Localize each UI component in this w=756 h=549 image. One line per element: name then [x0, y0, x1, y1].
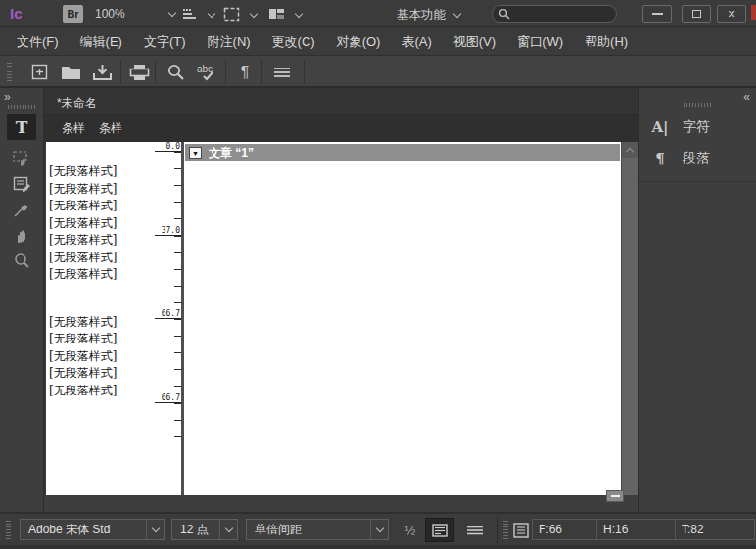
workspace-switcher[interactable]: 基本功能 — [397, 7, 460, 23]
paragraph-panel-button[interactable]: ¶ 段落 — [639, 144, 756, 173]
workspace-label: 基本功能 — [397, 8, 446, 22]
view-tab[interactable]: 条样 — [62, 120, 85, 137]
show-hidden-characters-button[interactable]: ¶ — [233, 61, 257, 83]
menu-item[interactable]: 表(A) — [393, 27, 440, 56]
story-bar[interactable]: ▼ 文章 “1” — [185, 144, 620, 161]
toolbar-separator — [261, 60, 262, 84]
copyfit-info-button[interactable] — [511, 521, 531, 540]
menu-item[interactable]: 文件(F) — [8, 27, 68, 56]
zoom-level-value: 100% — [95, 7, 125, 21]
screen-mode-icon — [268, 7, 285, 21]
paragraph-style-entry[interactable]: [无段落样式] — [49, 232, 152, 250]
dropdown-arrow[interactable] — [370, 520, 388, 539]
expand-panel-button[interactable]: » — [4, 90, 9, 104]
panel-grip[interactable] — [684, 103, 713, 107]
paragraph-style-entry[interactable]: [无段落样式] — [49, 215, 152, 233]
dropdown-arrow[interactable] — [146, 520, 164, 539]
menu-item[interactable]: 附注(N) — [199, 27, 260, 56]
close-button[interactable]: ✕ — [717, 5, 746, 23]
spell-check-button[interactable]: abc — [194, 61, 221, 83]
story-title: 文章 “1” — [209, 145, 254, 161]
type-tool[interactable]: T — [7, 114, 36, 140]
hand-icon — [12, 225, 31, 245]
minimize-button[interactable] — [642, 5, 672, 23]
collapse-panel-button[interactable]: « — [743, 90, 748, 104]
leading-select[interactable]: 单倍间距 — [246, 519, 389, 540]
paragraph-style-entry[interactable]: [无段落样式] — [49, 348, 152, 366]
paragraph-style-entry[interactable]: [无段落样式] — [49, 266, 152, 284]
menu-item[interactable]: 文字(T) — [135, 27, 195, 56]
zoom-level-dropdown[interactable]: 100% — [95, 7, 175, 21]
position-hand-icon — [12, 149, 31, 168]
red-indicator — [751, 5, 756, 20]
eyedropper-tool[interactable] — [9, 198, 34, 221]
zoom-tool[interactable] — [9, 249, 34, 272]
dropdown-arrow[interactable] — [219, 520, 237, 539]
search-icon — [166, 63, 185, 81]
paragraph-style-entry[interactable]: [无段落样式] — [49, 181, 152, 199]
find-button[interactable] — [164, 61, 187, 83]
font-family-select[interactable]: Adobe 宋体 Std — [20, 519, 165, 540]
menu-item[interactable]: 对象(O) — [328, 27, 390, 56]
paragraph-style-column: [无段落样式][无段落样式][无段落样式][无段落样式][无段落样式][无段落样… — [46, 142, 152, 495]
maximize-button[interactable] — [682, 5, 711, 23]
hand-tool[interactable] — [9, 223, 34, 247]
magnifier-icon — [13, 252, 31, 270]
search-box[interactable] — [492, 5, 617, 23]
ruler-label: 0.0 — [155, 142, 181, 152]
print-button[interactable] — [127, 61, 151, 83]
character-panel-button[interactable]: A| 字符 — [639, 113, 756, 142]
position-tool[interactable] — [9, 147, 34, 170]
toolbar-separator — [120, 60, 121, 84]
paragraph-style-entry[interactable]: [无段落样式] — [49, 365, 152, 383]
ruler-label: 37.0 — [155, 226, 181, 236]
paragraph-style-entry[interactable]: [无段落样式] — [49, 383, 152, 400]
style-group-1: [无段落样式][无段落样式][无段落样式][无段落样式][无段落样式][无段落样… — [46, 163, 152, 284]
printer-icon — [129, 64, 150, 81]
menu-item[interactable]: 视图(V) — [445, 27, 504, 56]
paragraph-style-entry[interactable]: [无段落样式] — [49, 198, 152, 215]
statusbar-menu-button[interactable] — [462, 521, 488, 540]
new-document-button[interactable] — [27, 61, 51, 83]
save-icon — [92, 64, 113, 81]
galley-text-pane[interactable]: ▼ 文章 “1” — [184, 142, 621, 495]
view-options-dropdown[interactable] — [182, 5, 214, 23]
galley-view-toggle[interactable] — [425, 518, 454, 542]
frame-edges-dropdown[interactable] — [223, 5, 257, 23]
ruler-tick — [174, 302, 181, 303]
ruler-tick — [174, 185, 181, 186]
note-tool[interactable] — [9, 172, 34, 196]
vertical-scrollbar[interactable] — [621, 142, 638, 495]
font-size-select[interactable]: 12 点 — [171, 519, 238, 540]
view-tab[interactable]: 条样 — [99, 120, 122, 137]
save-button[interactable] — [90, 61, 114, 83]
bridge-button[interactable]: Br — [63, 5, 83, 23]
statusbar-grip[interactable] — [503, 521, 508, 540]
paragraph-style-entry[interactable]: [无段落样式] — [49, 163, 152, 181]
toolbar-grip[interactable] — [7, 63, 12, 82]
copyfit-total: T:82 — [675, 520, 754, 539]
menu-item[interactable]: 编辑(E) — [71, 27, 131, 56]
ruler-tick — [174, 352, 181, 353]
open-document-button[interactable] — [59, 61, 82, 83]
paragraph-style-entry[interactable]: [无段落样式] — [49, 331, 152, 348]
paragraph-style-entry[interactable]: [无段落样式] — [49, 314, 152, 332]
collapse-story-control[interactable]: ▼ — [189, 147, 202, 159]
chevron-down-icon — [453, 10, 461, 18]
menu-item[interactable]: 窗口(W) — [508, 27, 572, 56]
menu-item[interactable]: 帮助(H) — [576, 27, 637, 56]
panel-grip[interactable] — [8, 105, 35, 109]
search-input[interactable] — [510, 8, 608, 20]
screen-mode-dropdown[interactable] — [268, 5, 302, 23]
scroll-up-button[interactable] — [622, 142, 638, 158]
statusbar-grip[interactable] — [6, 521, 11, 540]
document-tab[interactable]: *未命名 — [57, 95, 97, 112]
type-tool-glyph: T — [16, 117, 28, 137]
ruler-label: 66.7 — [155, 309, 181, 319]
line-spacing-toggle[interactable]: ½ — [401, 521, 420, 540]
end-of-story-icon — [606, 490, 624, 502]
paragraph-style-entry[interactable]: [无段落样式] — [49, 250, 152, 267]
toolbar-menu-button[interactable] — [270, 61, 294, 83]
menu-item[interactable]: 更改(C) — [263, 27, 324, 56]
note-icon — [12, 174, 31, 194]
